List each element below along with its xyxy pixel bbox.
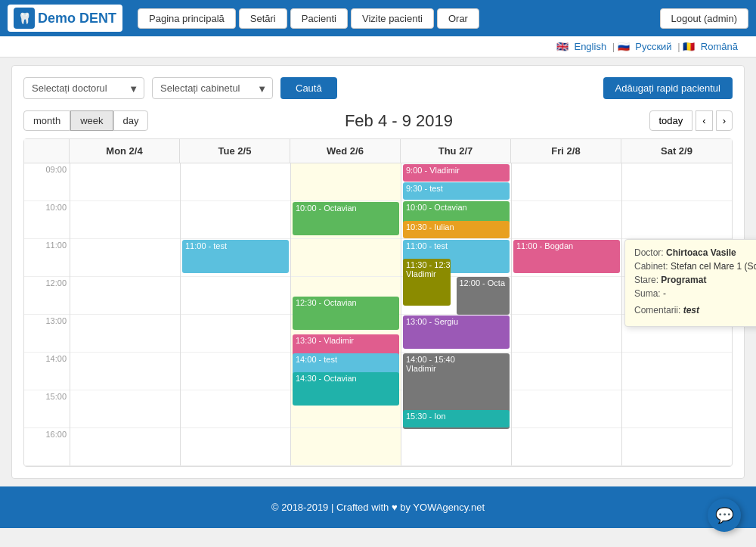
event-fri-1[interactable]: 11:00 - Bogdan bbox=[513, 240, 620, 273]
event-tue-1[interactable]: 11:00 - test bbox=[182, 240, 289, 273]
tooltip-suma-row: Suma: - bbox=[634, 288, 756, 299]
tooltip-comentarii-value: test bbox=[683, 305, 699, 315]
day-fri: 11:00 - Bogdan Doctor: Chirtoaca Vasile … bbox=[511, 163, 621, 466]
header-sat: Sat 2/9 bbox=[621, 139, 732, 163]
footer: © 2018-2019 | Crafted with ♥ by YOWAgenc… bbox=[0, 486, 756, 528]
time-1600: 16:00 bbox=[24, 428, 70, 466]
logo-text: Demo DENT bbox=[38, 11, 116, 26]
footer-text: © 2018-2019 | Crafted with ♥ by YOWAgenc… bbox=[271, 502, 485, 513]
cabinet-select[interactable]: Selectați cabinetul bbox=[152, 77, 273, 99]
cabinet-select-wrap: Selectați cabinetul ▼ bbox=[152, 77, 273, 99]
calendar-nav: month week day Feb 4 - 9 2019 today ‹ › bbox=[23, 110, 733, 131]
tooltip-stare-label: Stare: bbox=[634, 275, 658, 285]
mon-slot-1 bbox=[70, 201, 180, 239]
tue-slot-0 bbox=[181, 163, 290, 201]
event-tooltip: Doctor: Chirtoaca Vasile Cabinet: Stefan… bbox=[624, 239, 756, 327]
mon-slot-4 bbox=[70, 315, 180, 353]
logout-button[interactable]: Logout (admin) bbox=[660, 8, 748, 29]
event-thu-4[interactable]: 10:30 - Iulian bbox=[403, 221, 510, 238]
header-wed: Wed 2/6 bbox=[290, 139, 401, 163]
tooltip-comentarii-label: Comentarii: bbox=[634, 305, 680, 315]
tooltip-doctor-label: Doctor: bbox=[634, 247, 664, 258]
tooltip-cabinet-value: Stefan cel Mare 1 (Scaun 2) bbox=[671, 261, 756, 272]
wed-slot-2 bbox=[291, 239, 401, 277]
day-mon bbox=[70, 163, 180, 466]
add-patient-button[interactable]: Adăugați rapid pacientul bbox=[603, 77, 733, 99]
event-thu-6[interactable]: 11:30 - 12:30Vladimir bbox=[403, 259, 451, 306]
view-week-button[interactable]: week bbox=[70, 110, 113, 131]
lang-sep-1: | bbox=[612, 41, 618, 52]
header-tue: Tue 2/5 bbox=[180, 139, 290, 163]
nav-home[interactable]: Pagina principală bbox=[138, 8, 236, 29]
tue-slot-6 bbox=[181, 390, 290, 428]
day-wed: 10:00 - Octavian 12:30 - Octavian 13:30 … bbox=[290, 163, 401, 466]
top-navigation: 🦷 Demo DENT Pagina principală Setări Pac… bbox=[0, 0, 756, 36]
language-bar: 🇬🇧 English | 🇷🇺 Русский | 🇷🇴 Română bbox=[0, 36, 756, 57]
tooltip-doctor-value: Chirtoaca Vasile bbox=[666, 247, 736, 258]
mon-slot-5 bbox=[70, 353, 180, 390]
nav-settings[interactable]: Setări bbox=[239, 8, 287, 29]
flag-ru: 🇷🇺 bbox=[618, 41, 630, 52]
header-mon: Mon 2/4 bbox=[70, 139, 180, 163]
event-thu-2[interactable]: 9:30 - test bbox=[403, 182, 510, 200]
tooltip-stare-row: Stare: Programat bbox=[634, 275, 756, 285]
day-tue: 11:00 - test bbox=[180, 163, 290, 466]
event-thu-1[interactable]: 9:00 - Vladimir bbox=[403, 164, 510, 182]
tooltip-stare-value: Programat bbox=[661, 275, 706, 285]
time-0900: 09:00 bbox=[24, 163, 70, 201]
tooltip-cabinet-label: Cabinet: bbox=[634, 261, 668, 272]
header-fri: Fri 2/8 bbox=[511, 139, 621, 163]
event-wed-1[interactable]: 10:00 - Octavian bbox=[293, 202, 399, 235]
prev-button[interactable]: ‹ bbox=[696, 110, 712, 131]
fri-slot-5 bbox=[512, 353, 621, 390]
header-thu: Thu 2/7 bbox=[401, 139, 511, 163]
thu-slot-7 bbox=[401, 428, 511, 466]
nav-visits[interactable]: Vizite pacienti bbox=[351, 8, 434, 29]
event-thu-7[interactable]: 12:00 - Octa bbox=[457, 277, 510, 315]
event-thu-8[interactable]: 13:00 - Sergiu bbox=[403, 315, 510, 349]
lang-russian[interactable]: Русский bbox=[635, 41, 671, 52]
today-button[interactable]: today bbox=[649, 110, 693, 131]
app-logo: 🦷 Demo DENT bbox=[8, 5, 122, 32]
sat-slot-0 bbox=[622, 163, 732, 201]
sat-slot-5 bbox=[622, 353, 732, 390]
next-button[interactable]: › bbox=[716, 110, 733, 131]
time-1100: 11:00 bbox=[24, 239, 70, 277]
lang-romanian[interactable]: Română bbox=[701, 41, 738, 52]
tooltip-doctor-row: Doctor: Chirtoaca Vasile bbox=[634, 247, 756, 258]
sat-slot-1 bbox=[622, 201, 732, 239]
lang-english[interactable]: English bbox=[574, 41, 606, 52]
fri-slot-6 bbox=[512, 390, 621, 428]
fri-slot-4 bbox=[512, 315, 621, 353]
nav-schedule[interactable]: Orar bbox=[437, 8, 479, 29]
view-day-button[interactable]: day bbox=[113, 110, 149, 131]
wed-slot-7 bbox=[291, 428, 401, 466]
nav-patients[interactable]: Pacienti bbox=[290, 8, 348, 29]
event-thu-10[interactable]: 15:30 - Ion bbox=[403, 410, 510, 427]
calendar-today-nav: today ‹ › bbox=[649, 110, 733, 131]
tooltip-comentarii-row: Comentarii: test bbox=[634, 305, 756, 315]
event-wed-5[interactable]: 14:30 - Octavian bbox=[293, 372, 399, 406]
tooltip-suma-label: Suma: bbox=[634, 288, 661, 299]
mon-slot-7 bbox=[70, 428, 180, 466]
view-toggle: month week day bbox=[23, 110, 148, 131]
fri-slot-0 bbox=[512, 163, 621, 201]
tue-slot-3 bbox=[181, 277, 290, 315]
time-1500: 15:00 bbox=[24, 390, 70, 428]
mon-slot-0 bbox=[70, 163, 180, 201]
event-wed-2[interactable]: 12:30 - Octavian bbox=[293, 297, 399, 330]
time-1000: 10:00 bbox=[24, 201, 70, 239]
tue-slot-5 bbox=[181, 353, 290, 390]
time-1200: 12:00 bbox=[24, 277, 70, 315]
fri-slot-7 bbox=[512, 428, 621, 466]
search-button[interactable]: Caută bbox=[280, 77, 337, 99]
wed-slot-0 bbox=[291, 163, 401, 201]
chat-button[interactable]: 💬 bbox=[708, 499, 741, 528]
view-month-button[interactable]: month bbox=[23, 110, 70, 131]
fri-slot-1 bbox=[512, 201, 621, 239]
day-thu: 9:00 - Vladimir 9:30 - test 10:00 - Octa… bbox=[401, 163, 511, 466]
doctor-select[interactable]: Selectați doctorul bbox=[23, 77, 144, 99]
toolbar: Selectați doctorul ▼ Selectați cabinetul… bbox=[23, 77, 733, 99]
tue-slot-4 bbox=[181, 315, 290, 353]
mon-slot-3 bbox=[70, 277, 180, 315]
